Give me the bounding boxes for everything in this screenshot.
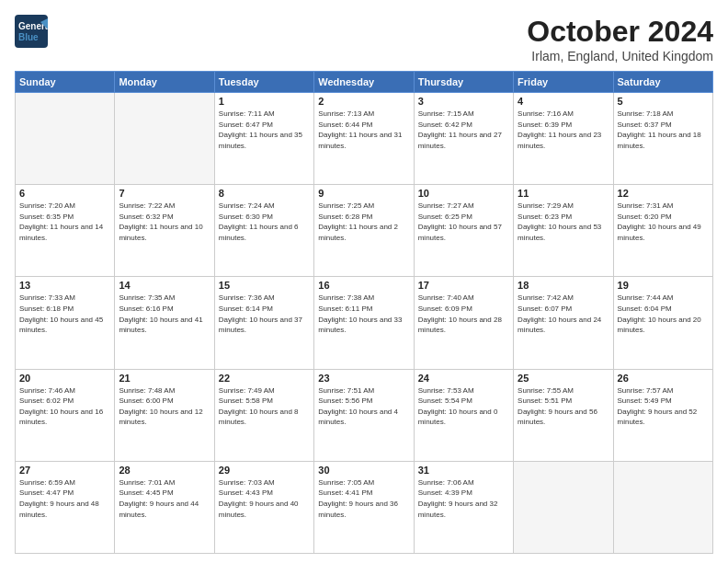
day-number: 21	[119, 373, 210, 384]
calendar-cell	[613, 461, 712, 553]
calendar-cell: 30Sunrise: 7:05 AM Sunset: 4:41 PM Dayli…	[314, 461, 414, 553]
day-number: 23	[318, 373, 409, 384]
col-saturday: Saturday	[613, 72, 712, 93]
calendar-cell: 11Sunrise: 7:29 AM Sunset: 6:23 PM Dayli…	[514, 185, 613, 277]
day-info: Sunrise: 7:22 AM Sunset: 6:32 PM Dayligh…	[119, 201, 210, 243]
day-info: Sunrise: 7:25 AM Sunset: 6:28 PM Dayligh…	[318, 201, 409, 243]
day-number: 10	[418, 188, 509, 199]
day-info: Sunrise: 7:05 AM Sunset: 4:41 PM Dayligh…	[318, 477, 409, 520]
col-wednesday: Wednesday	[314, 72, 414, 93]
calendar-cell: 19Sunrise: 7:44 AM Sunset: 6:04 PM Dayli…	[613, 277, 712, 369]
calendar-cell: 9Sunrise: 7:25 AM Sunset: 6:28 PM Daylig…	[314, 185, 414, 277]
calendar-cell: 6Sunrise: 7:20 AM Sunset: 6:35 PM Daylig…	[16, 185, 115, 277]
svg-rect-0	[15, 15, 48, 48]
day-number: 6	[19, 188, 110, 199]
calendar-cell: 12Sunrise: 7:31 AM Sunset: 6:20 PM Dayli…	[613, 185, 712, 277]
calendar-cell: 26Sunrise: 7:57 AM Sunset: 5:49 PM Dayli…	[613, 369, 712, 461]
calendar-table: Sunday Monday Tuesday Wednesday Thursday…	[15, 71, 713, 554]
day-info: Sunrise: 6:59 AM Sunset: 4:47 PM Dayligh…	[19, 477, 110, 520]
calendar-cell: 31Sunrise: 7:06 AM Sunset: 4:39 PM Dayli…	[414, 461, 513, 553]
day-number: 9	[318, 188, 409, 199]
calendar-week-row: 27Sunrise: 6:59 AM Sunset: 4:47 PM Dayli…	[16, 461, 713, 553]
day-info: Sunrise: 7:06 AM Sunset: 4:39 PM Dayligh…	[418, 477, 509, 520]
col-thursday: Thursday	[414, 72, 513, 93]
day-number: 17	[418, 280, 509, 291]
day-number: 4	[518, 96, 609, 107]
day-info: Sunrise: 7:03 AM Sunset: 4:43 PM Dayligh…	[219, 477, 310, 520]
calendar-cell: 17Sunrise: 7:40 AM Sunset: 6:09 PM Dayli…	[414, 277, 513, 369]
day-info: Sunrise: 7:18 AM Sunset: 6:37 PM Dayligh…	[618, 109, 709, 151]
calendar-cell: 24Sunrise: 7:53 AM Sunset: 5:54 PM Dayli…	[414, 369, 513, 461]
day-number: 30	[318, 465, 409, 476]
day-number: 31	[418, 465, 509, 476]
calendar-cell: 21Sunrise: 7:48 AM Sunset: 6:00 PM Dayli…	[115, 369, 214, 461]
day-info: Sunrise: 7:53 AM Sunset: 5:54 PM Dayligh…	[418, 385, 509, 428]
day-info: Sunrise: 7:33 AM Sunset: 6:18 PM Dayligh…	[19, 293, 110, 335]
page: General Blue October 2024 Irlam, England…	[0, 0, 728, 563]
calendar-header-row: Sunday Monday Tuesday Wednesday Thursday…	[16, 72, 713, 93]
logo-icon: General Blue	[15, 15, 48, 48]
day-number: 13	[19, 280, 110, 291]
day-number: 14	[119, 280, 210, 291]
day-info: Sunrise: 7:46 AM Sunset: 6:02 PM Dayligh…	[19, 385, 110, 428]
day-number: 19	[618, 280, 709, 291]
calendar-cell: 29Sunrise: 7:03 AM Sunset: 4:43 PM Dayli…	[214, 461, 313, 553]
col-friday: Friday	[514, 72, 613, 93]
day-number: 5	[618, 96, 709, 107]
calendar-cell	[514, 461, 613, 553]
col-sunday: Sunday	[16, 72, 115, 93]
title-section: October 2024 Irlam, England, United King…	[527, 15, 713, 63]
day-number: 12	[618, 188, 709, 199]
calendar-week-row: 6Sunrise: 7:20 AM Sunset: 6:35 PM Daylig…	[16, 185, 713, 277]
month-title: October 2024	[527, 15, 713, 49]
day-number: 16	[318, 280, 409, 291]
calendar-cell	[16, 93, 115, 185]
calendar-cell: 5Sunrise: 7:18 AM Sunset: 6:37 PM Daylig…	[613, 93, 712, 185]
day-info: Sunrise: 7:48 AM Sunset: 6:00 PM Dayligh…	[119, 385, 210, 428]
day-number: 25	[518, 373, 609, 384]
day-info: Sunrise: 7:40 AM Sunset: 6:09 PM Dayligh…	[418, 293, 509, 335]
calendar-week-row: 20Sunrise: 7:46 AM Sunset: 6:02 PM Dayli…	[16, 369, 713, 461]
col-tuesday: Tuesday	[214, 72, 313, 93]
day-info: Sunrise: 7:29 AM Sunset: 6:23 PM Dayligh…	[518, 201, 609, 243]
calendar-cell: 20Sunrise: 7:46 AM Sunset: 6:02 PM Dayli…	[16, 369, 115, 461]
day-number: 22	[219, 373, 310, 384]
day-number: 15	[219, 280, 310, 291]
day-info: Sunrise: 7:36 AM Sunset: 6:14 PM Dayligh…	[219, 293, 310, 335]
day-number: 8	[219, 188, 310, 199]
day-number: 24	[418, 373, 509, 384]
day-number: 2	[318, 96, 409, 107]
day-number: 28	[119, 465, 210, 476]
calendar-cell: 16Sunrise: 7:38 AM Sunset: 6:11 PM Dayli…	[314, 277, 414, 369]
svg-text:Blue: Blue	[18, 32, 39, 42]
calendar-cell: 2Sunrise: 7:13 AM Sunset: 6:44 PM Daylig…	[314, 93, 414, 185]
day-number: 18	[518, 280, 609, 291]
calendar-cell: 4Sunrise: 7:16 AM Sunset: 6:39 PM Daylig…	[514, 93, 613, 185]
day-info: Sunrise: 7:42 AM Sunset: 6:07 PM Dayligh…	[518, 293, 609, 335]
day-info: Sunrise: 7:31 AM Sunset: 6:20 PM Dayligh…	[618, 201, 709, 243]
calendar-cell: 13Sunrise: 7:33 AM Sunset: 6:18 PM Dayli…	[16, 277, 115, 369]
calendar-cell: 10Sunrise: 7:27 AM Sunset: 6:25 PM Dayli…	[414, 185, 513, 277]
calendar-cell: 8Sunrise: 7:24 AM Sunset: 6:30 PM Daylig…	[214, 185, 313, 277]
day-number: 26	[618, 373, 709, 384]
calendar-cell: 28Sunrise: 7:01 AM Sunset: 4:45 PM Dayli…	[115, 461, 214, 553]
day-number: 1	[219, 96, 310, 107]
calendar-cell: 3Sunrise: 7:15 AM Sunset: 6:42 PM Daylig…	[414, 93, 513, 185]
calendar-cell: 23Sunrise: 7:51 AM Sunset: 5:56 PM Dayli…	[314, 369, 414, 461]
day-info: Sunrise: 7:13 AM Sunset: 6:44 PM Dayligh…	[318, 109, 409, 151]
day-info: Sunrise: 7:49 AM Sunset: 5:58 PM Dayligh…	[219, 385, 310, 428]
day-info: Sunrise: 7:11 AM Sunset: 6:47 PM Dayligh…	[219, 109, 310, 151]
day-number: 27	[19, 465, 110, 476]
day-number: 7	[119, 188, 210, 199]
day-number: 29	[219, 465, 310, 476]
day-number: 3	[418, 96, 509, 107]
day-info: Sunrise: 7:20 AM Sunset: 6:35 PM Dayligh…	[19, 201, 110, 243]
col-monday: Monday	[115, 72, 214, 93]
calendar-cell: 1Sunrise: 7:11 AM Sunset: 6:47 PM Daylig…	[214, 93, 313, 185]
calendar-cell: 14Sunrise: 7:35 AM Sunset: 6:16 PM Dayli…	[115, 277, 214, 369]
day-info: Sunrise: 7:55 AM Sunset: 5:51 PM Dayligh…	[518, 385, 609, 428]
day-number: 20	[19, 373, 110, 384]
location: Irlam, England, United Kingdom	[527, 49, 713, 63]
calendar-week-row: 13Sunrise: 7:33 AM Sunset: 6:18 PM Dayli…	[16, 277, 713, 369]
calendar-cell: 27Sunrise: 6:59 AM Sunset: 4:47 PM Dayli…	[16, 461, 115, 553]
